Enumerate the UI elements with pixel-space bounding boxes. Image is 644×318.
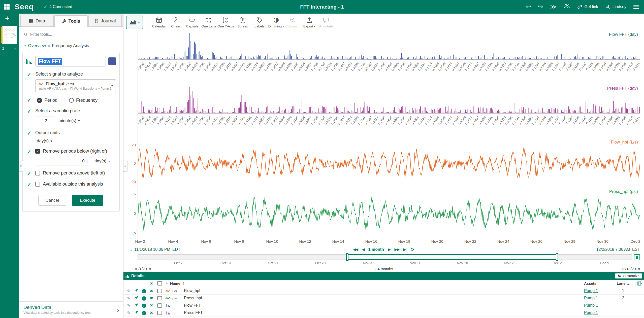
- start-timezone[interactable]: EDT: [172, 247, 180, 252]
- lane-flow-hpf[interactable]: Flow_hpf (L/s) 200-20: [138, 139, 640, 188]
- display-mode-select[interactable]: ▾: [126, 16, 143, 29]
- color-swatch-button[interactable]: [108, 57, 116, 65]
- customize-button[interactable]: Customize: [615, 273, 642, 278]
- radio-period[interactable]: ✓ Period: [37, 98, 57, 103]
- row-checkbox[interactable]: [157, 303, 162, 308]
- asset-link[interactable]: Pump 1: [584, 310, 598, 315]
- one-y-axis-button[interactable]: One Y-Axis: [217, 15, 234, 30]
- sort-icon[interactable]: ▲▼: [166, 282, 168, 285]
- send-icon[interactable]: [133, 288, 140, 293]
- asset-link[interactable]: Pump 1: [584, 296, 598, 300]
- home-icon[interactable]: ⌂: [23, 43, 26, 49]
- lane-press-fft[interactable]: 07.58523.79262.52841.89631.51701.26421.0…: [138, 85, 640, 139]
- previous-icon[interactable]: ◀: [362, 247, 364, 252]
- remove-above-checkbox[interactable]: Remove periods above (left of): [35, 170, 116, 176]
- export-button[interactable]: Export▾: [301, 15, 317, 30]
- refresh-icon[interactable]: ⟳: [411, 247, 414, 252]
- slider-right-handle[interactable]: [556, 253, 558, 261]
- lane-column-header[interactable]: Lane▲: [614, 281, 632, 286]
- breadcrumb-overview-link[interactable]: Overview: [28, 43, 46, 48]
- collapse-panel-handle[interactable]: «: [123, 160, 127, 172]
- info-icon[interactable]: i: [140, 289, 148, 293]
- undo-icon[interactable]: ↩: [526, 4, 531, 10]
- display-range-start[interactable]: ↓ 11/1/2018 10:06 PM EDT: [130, 247, 180, 252]
- labels-button[interactable]: Labels: [251, 15, 268, 30]
- step-back-icon[interactable]: ◀◀: [353, 247, 358, 252]
- lane-flow-fft[interactable]: 07.58523.79262.52841.89631.51701.26421.0…: [138, 31, 640, 85]
- users-icon[interactable]: [564, 4, 570, 10]
- remove-icon[interactable]: ✖: [148, 311, 155, 315]
- send-icon[interactable]: [133, 296, 140, 301]
- name-column-header[interactable]: Name: [170, 281, 180, 286]
- table-row[interactable]: ✎ i ✖ psi Press_hpf Pump 1 2: [123, 295, 644, 302]
- asset-link[interactable]: Pump 1: [584, 289, 598, 293]
- end-timezone[interactable]: EST: [632, 247, 640, 252]
- step-forward-icon[interactable]: ▶▶: [394, 247, 399, 252]
- get-link-button[interactable]: Get link: [577, 4, 598, 9]
- user-menu[interactable]: Lindsey: [605, 4, 626, 9]
- cancel-button[interactable]: Cancel: [38, 195, 66, 206]
- edit-icon[interactable]: ✎: [125, 296, 133, 301]
- next-icon[interactable]: ▶: [388, 247, 391, 252]
- execute-button[interactable]: Execute: [72, 195, 103, 206]
- spread-button[interactable]: Spread: [235, 15, 251, 30]
- signal-select[interactable]: Flow_hpf (L/s) mple-AF » All Areas » Pi …: [35, 79, 116, 92]
- redo-icon[interactable]: ↪: [538, 4, 543, 10]
- info-icon[interactable]: i: [140, 303, 148, 308]
- row-checkbox[interactable]: [157, 289, 162, 293]
- slider-left-handle[interactable]: [346, 253, 348, 261]
- select-all-checkbox[interactable]: [157, 281, 162, 286]
- asset-link[interactable]: Pump 1: [584, 303, 598, 307]
- derived-data-section[interactable]: Derived Data View data created by tools …: [19, 301, 123, 318]
- jump-to-now-icon[interactable]: ▶|: [403, 247, 406, 252]
- radio-frequency[interactable]: Frequency: [69, 98, 98, 103]
- table-row[interactable]: ✎ i ✖ Press FFT Pump 1: [123, 309, 644, 316]
- remove-all-icon[interactable]: ✖: [148, 281, 155, 286]
- slider-track[interactable]: Oct 7Oct 14Oct 21Oct 28Nov 4Nov 11Nov 18…: [138, 254, 632, 260]
- slider-options-icon[interactable]: [634, 254, 640, 260]
- filter-tools-input[interactable]: [30, 32, 118, 37]
- time-x-axis[interactable]: Nov 2Nov 4Nov 6Nov 8Nov 10Nov 12Nov 14No…: [138, 239, 640, 245]
- info-icon[interactable]: i: [140, 296, 148, 301]
- add-column-icon[interactable]: [637, 281, 642, 286]
- edit-icon[interactable]: ✎: [125, 303, 133, 308]
- output-unit-select[interactable]: day(s) ▾: [37, 138, 52, 144]
- remove-icon[interactable]: ✖: [148, 303, 155, 307]
- sampling-unit-select[interactable]: minute(s) ▾: [58, 118, 80, 123]
- dimming-button[interactable]: Dimming▾: [268, 15, 284, 30]
- worksheet-thumbnail[interactable]: ✎: [2, 26, 17, 44]
- row-checkbox[interactable]: [157, 311, 162, 315]
- edit-icon[interactable]: ✎: [125, 289, 133, 293]
- assets-column-header[interactable]: Assets: [584, 281, 614, 286]
- tab-data[interactable]: Data: [20, 15, 54, 26]
- duration-label[interactable]: 1 month: [368, 247, 384, 252]
- calendar-button[interactable]: Calendar: [151, 15, 167, 30]
- row-checkbox[interactable]: [157, 296, 162, 300]
- hamburger-menu-icon[interactable]: [633, 4, 639, 10]
- display-range-end[interactable]: 12/2/2018 7:06 AM EST: [596, 247, 640, 252]
- send-icon[interactable]: [133, 303, 140, 308]
- info-icon[interactable]: i: [140, 310, 148, 315]
- tab-journal[interactable]: Journal: [88, 15, 122, 26]
- lane-press-hpf[interactable]: Press_hpf (psi) 50-5: [138, 188, 640, 239]
- chain-button[interactable]: Chain: [168, 15, 184, 30]
- table-row[interactable]: ✎ i ✖ L/s Flow_hpf Pump 1 1: [123, 287, 644, 295]
- edit-worksheet-icon[interactable]: ✎: [13, 32, 16, 37]
- tab-tools[interactable]: Tools: [54, 15, 88, 27]
- send-icon[interactable]: [133, 310, 140, 315]
- remove-below-input[interactable]: 0.1: [37, 157, 91, 165]
- one-lane-button[interactable]: One Lane: [201, 15, 217, 30]
- collapse-rail-handle[interactable]: «: [19, 160, 23, 172]
- apps-grid-icon[interactable]: [0, 0, 14, 14]
- connection-status[interactable]: ✓ 4 Connected: [44, 4, 72, 10]
- available-outside-checkbox[interactable]: Available outside this analysis: [35, 182, 116, 187]
- filter-tools-search[interactable]: [23, 30, 119, 39]
- edit-icon[interactable]: ✎: [125, 310, 133, 315]
- worksheet-chevron-icon[interactable]: ⌄: [13, 45, 17, 51]
- sort-icon[interactable]: ▲▼: [182, 282, 185, 285]
- table-row[interactable]: ✎ i ✖ Flow FFT Pump 1: [123, 302, 644, 309]
- remove-below-checkbox[interactable]: ✓ Remove periods below (right of): [35, 149, 116, 154]
- slider-selected-window[interactable]: [347, 254, 557, 260]
- tool-name-input[interactable]: Flow FFT: [35, 56, 106, 66]
- new-worksheet-button[interactable]: +: [5, 15, 10, 22]
